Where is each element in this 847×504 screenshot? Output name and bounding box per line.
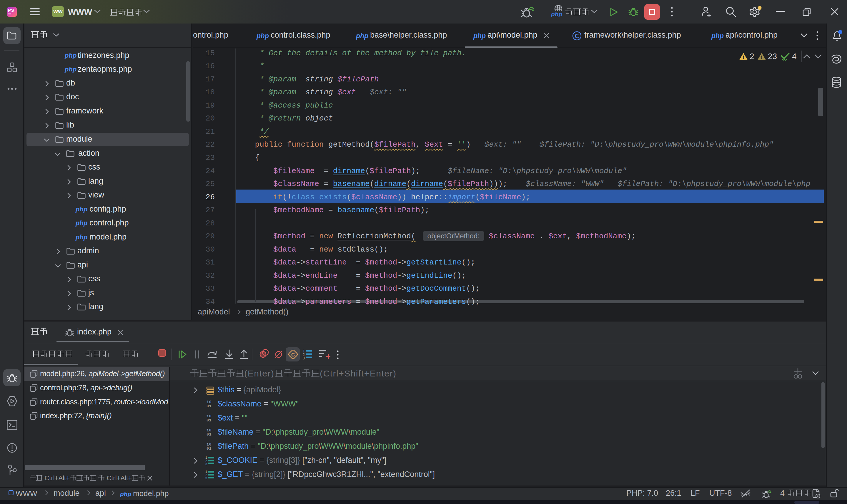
- svg-text:3: 3: [303, 356, 305, 360]
- svg-text:3: 3: [205, 476, 207, 480]
- svg-text:3: 3: [205, 462, 207, 466]
- svg-text:C: C: [291, 352, 295, 358]
